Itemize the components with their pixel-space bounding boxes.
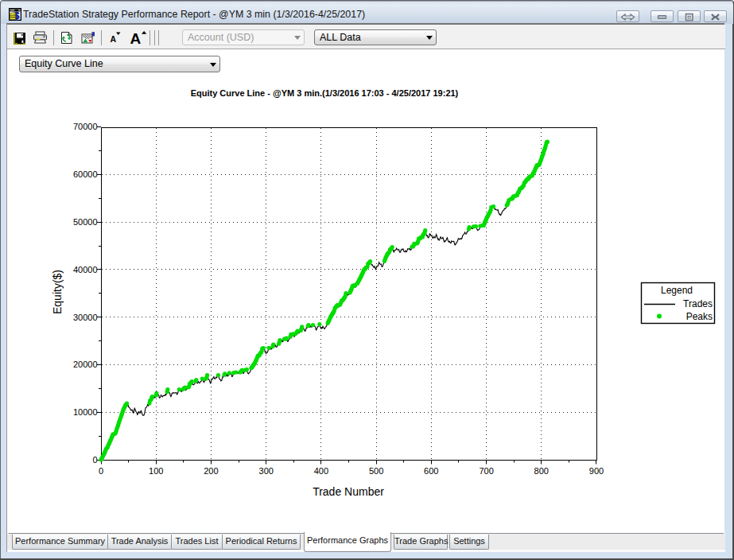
svg-text:30000: 30000 — [73, 313, 98, 322]
svg-text:Trades: Trades — [683, 298, 713, 309]
svg-text:500: 500 — [369, 466, 383, 476]
svg-text:70000: 70000 — [73, 122, 98, 131]
svg-text:400: 400 — [314, 466, 328, 476]
svg-text:900: 900 — [589, 466, 604, 476]
svg-text:Equity($): Equity($) — [51, 270, 64, 314]
svg-text:100: 100 — [149, 466, 163, 476]
svg-text:40000: 40000 — [73, 265, 98, 274]
svg-text:600: 600 — [424, 466, 438, 476]
svg-text:Peaks: Peaks — [686, 311, 713, 322]
svg-text:50000: 50000 — [73, 217, 98, 227]
svg-text:Trade Number: Trade Number — [313, 485, 384, 498]
svg-text:0: 0 — [92, 455, 97, 465]
svg-text:700: 700 — [479, 466, 493, 476]
svg-text:0: 0 — [99, 466, 103, 476]
svg-text:800: 800 — [534, 466, 549, 476]
svg-text:20000: 20000 — [73, 360, 98, 369]
svg-text:10000: 10000 — [73, 407, 98, 417]
svg-text:300: 300 — [259, 466, 274, 476]
svg-text:60000: 60000 — [73, 169, 98, 179]
svg-text:Equity Curve Line - @YM 3 min.: Equity Curve Line - @YM 3 min.(1/3/2016 … — [191, 88, 459, 98]
svg-text:200: 200 — [204, 466, 218, 476]
svg-text:Legend: Legend — [661, 285, 693, 296]
